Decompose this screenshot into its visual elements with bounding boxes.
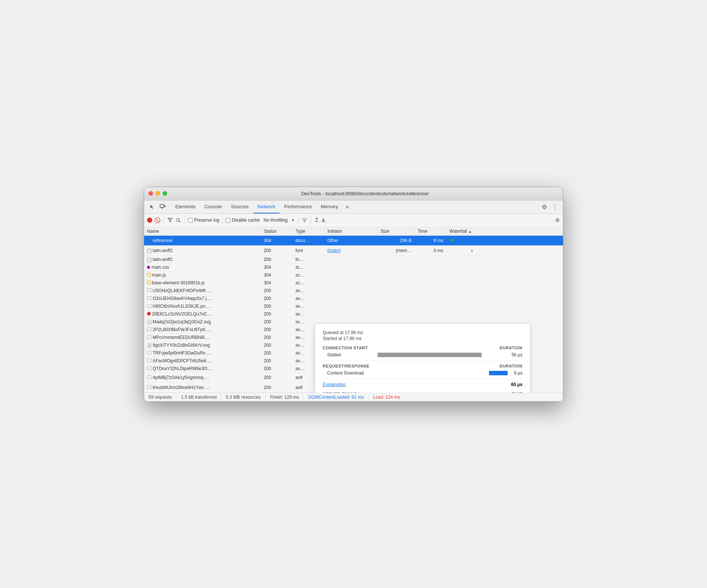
divider-2 <box>185 216 185 224</box>
divider-1 <box>163 216 164 224</box>
th-initiator[interactable]: Initiator <box>324 227 377 236</box>
request-response-label: Request/Response DURATION <box>323 364 522 368</box>
svg-line-5 <box>179 221 180 222</box>
network-table-wrapper: Name Status Type Initiator Size Time Wat… <box>144 227 563 393</box>
finish-time: Finish: 129 ms <box>265 395 304 400</box>
table-row[interactable]: Tlatin.woff2200fo… <box>144 255 563 263</box>
table-row[interactable]: Tlatin.woff2200font(index)(mem…0 ms <box>144 245 563 255</box>
svg-point-6 <box>304 221 305 222</box>
th-size[interactable]: Size <box>377 227 414 236</box>
upload-icon[interactable] <box>314 217 319 223</box>
divider-4 <box>298 216 298 224</box>
th-time[interactable]: Time <box>414 227 446 236</box>
devtools-window: DevTools - localhost:8080/docs/devtools/… <box>144 187 563 402</box>
device-toolbar-icon[interactable] <box>157 202 168 212</box>
tab-memory[interactable]: Memory <box>316 200 343 213</box>
server-timing-section: Server Timing TIME During development, y… <box>323 392 522 393</box>
table-row[interactable]: 20E6CLcSzNV2GELQu7oC….200av… <box>144 310 563 318</box>
tab-elements[interactable]: Elements <box>171 200 200 213</box>
explanation-link[interactable]: Explanation <box>323 382 346 387</box>
status-bar: 59 requests 1.5 kB transferred 5.3 MB re… <box>144 393 563 401</box>
more-tabs-button[interactable]: » <box>343 203 352 210</box>
stalled-bar-area <box>378 353 497 357</box>
svg-rect-0 <box>160 205 164 208</box>
throttle-label: No throttling <box>261 218 290 223</box>
table-header-row: Name Status Type Initiator Size Time Wat… <box>144 227 563 236</box>
timing-popup: Queued at 17.98 ms Started at 17.98 ms C… <box>315 324 530 393</box>
table-row[interactable]: U5OHzQL4tEKFr6OFlxWK….200av… <box>144 287 563 294</box>
minimize-button[interactable] <box>156 191 160 196</box>
transferred-size: 1.5 kB transferred <box>177 395 221 400</box>
wifi-icon <box>301 217 308 223</box>
timing-started: Started at 17.98 ms <box>323 336 522 341</box>
close-button[interactable] <box>149 191 153 196</box>
stalled-bar <box>378 353 482 357</box>
svg-point-4 <box>176 218 179 221</box>
tab-performance[interactable]: Performance <box>280 200 316 213</box>
connection-start-label: Connection Start DURATION <box>323 346 522 350</box>
window-title: DevTools - localhost:8080/docs/devtools/… <box>172 191 558 196</box>
clear-button[interactable]: 🚫 <box>154 217 160 223</box>
download-bar <box>489 371 508 375</box>
download-bar-area <box>378 371 497 375</box>
stalled-label: Stalled <box>323 352 375 357</box>
more-options-icon[interactable]: ⋮ <box>550 202 560 212</box>
traffic-lights <box>149 191 167 196</box>
th-name[interactable]: Name <box>144 227 261 236</box>
th-type[interactable]: Type <box>293 227 325 236</box>
server-timing-label: Server Timing TIME <box>323 392 522 393</box>
settings-icon[interactable]: ⚙ <box>539 202 550 212</box>
table-row[interactable]: base-element-3018901b.js304sc… <box>144 279 563 287</box>
titlebar: DevTools - localhost:8080/docs/devtools/… <box>144 187 563 200</box>
search-icon[interactable] <box>175 217 182 223</box>
devtools-tab-bar: Elements Console Sources Network Perform… <box>144 200 563 214</box>
tab-console[interactable]: Console <box>200 200 227 213</box>
load-time: Load: 124 ms <box>369 395 400 400</box>
network-toolbar: 🚫 Preserve log Disable cache No throttli… <box>144 214 563 227</box>
preserve-log-checkbox[interactable]: Preserve log <box>188 218 219 223</box>
timing-download-row: Content Download 9 μs <box>323 370 522 376</box>
divider-3 <box>222 216 222 224</box>
th-status[interactable]: Status <box>261 227 293 236</box>
content-download-label: Content Download <box>323 370 375 376</box>
record-button[interactable] <box>147 218 152 223</box>
th-waterfall[interactable]: Waterfall <box>446 227 563 236</box>
stalled-value: 56 μs <box>500 352 522 357</box>
resources-size: 5.3 MB resources <box>221 395 265 400</box>
download-icon[interactable] <box>321 217 326 223</box>
tab-network[interactable]: Network <box>253 200 280 213</box>
maximize-button[interactable] <box>163 191 167 196</box>
divider-5 <box>311 216 311 224</box>
table-row[interactable]: Ereference/304docu…Other296 B8 ms <box>144 235 563 245</box>
tab-sources[interactable]: Sources <box>227 200 253 213</box>
table-row[interactable]: main.js304sc… <box>144 271 563 279</box>
section-divider <box>323 360 522 361</box>
timing-total-value: 65 μs <box>511 382 522 387</box>
timing-queued: Queued at 17.98 ms <box>323 330 522 335</box>
throttle-arrow-icon[interactable]: ▼ <box>291 218 295 222</box>
filter-icon[interactable] <box>167 217 173 223</box>
cursor-icon[interactable] <box>147 202 157 212</box>
table-row[interactable]: O2sIJEHG9avKV4aqzSx7.j….200av… <box>144 294 563 302</box>
table-row[interactable]: main.css304st… <box>144 263 563 271</box>
network-settings-icon[interactable]: ⚙ <box>555 217 560 223</box>
svg-rect-1 <box>164 205 165 207</box>
timing-stalled-row: Stalled 56 μs <box>323 352 522 357</box>
table-row[interactable]: h90CtfziXluvh1LSSKJE.pn….200av… <box>144 302 563 310</box>
timing-total-row: Explanation 65 μs <box>323 379 522 387</box>
dom-content-loaded: DOMContentLoaded: 91 ms <box>304 395 368 400</box>
disable-cache-checkbox[interactable]: Disable cache <box>225 218 260 223</box>
requests-count: 59 requests <box>149 395 177 400</box>
